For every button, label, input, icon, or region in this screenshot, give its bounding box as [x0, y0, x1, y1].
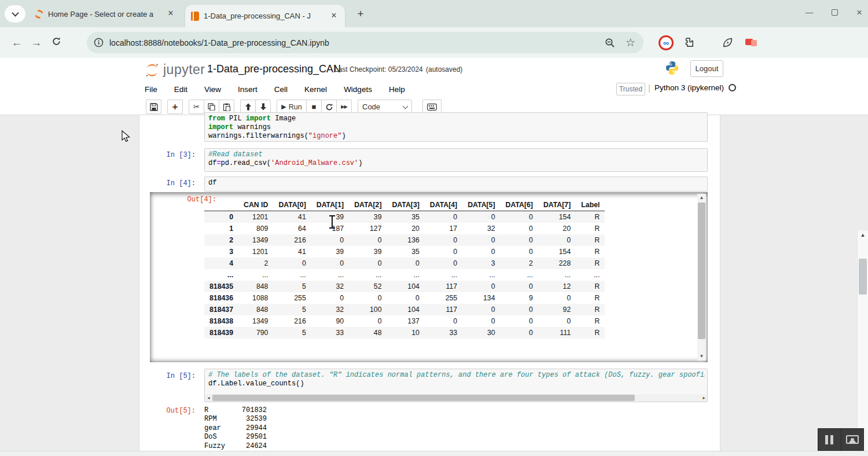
autosave-status: (autosaved) — [426, 65, 462, 73]
run-label: Run — [289, 103, 302, 111]
table-row: ................................. — [204, 269, 605, 281]
screen: Home Page - Select or create a × 1-Data_… — [0, 0, 868, 456]
scroll-left-icon[interactable]: ◂ — [205, 394, 212, 402]
jupyter-logo[interactable]: jupyter — [145, 62, 205, 78]
webcam-toggle-button[interactable] — [841, 429, 864, 450]
pause-recording-button[interactable] — [818, 429, 841, 450]
chevron-down-icon — [12, 9, 19, 17]
scrollbar-thumb[interactable] — [859, 259, 867, 295]
webcam-icon — [846, 435, 859, 444]
last-checkpoint: Last Checkpoint: 05/23/2024 — [334, 65, 423, 73]
insert-cell-button[interactable]: + — [167, 100, 183, 114]
menu-item-file[interactable]: File — [145, 85, 157, 94]
scroll-right-icon[interactable]: ▸ — [700, 394, 708, 402]
performance-button[interactable] — [719, 32, 735, 53]
table-header-row: CAN IDDATA[0]DATA[1]DATA[2]DATA[3]DATA[4… — [204, 199, 605, 211]
page-scrollbar[interactable]: ▲ — [857, 230, 868, 456]
save-button[interactable] — [146, 100, 161, 114]
code-line: # The labels of the dataset. "R" indicat… — [208, 371, 705, 380]
zoom-icon[interactable] — [605, 38, 615, 48]
fast-forward-icon: ▶▶ — [341, 104, 347, 109]
cell-type-value: Code — [362, 102, 380, 111]
minimize-button[interactable]: — — [806, 8, 813, 19]
table-row: 81843813492169001370000R — [204, 315, 605, 327]
browser-tab-home[interactable]: Home Page - Select or create a × — [29, 5, 182, 23]
scroll-up-icon[interactable]: ▲ — [858, 232, 868, 238]
cell-horizontal-scrollbar[interactable]: ◂ ▸ — [205, 394, 708, 402]
notebook-title[interactable]: 1-Data_pre-processing_CAN — [207, 63, 341, 75]
code-editor[interactable]: from PIL import Imageimport warningswarn… — [208, 115, 707, 141]
code-line: import warnings — [208, 123, 707, 132]
text-cursor — [328, 215, 336, 229]
url-text[interactable]: localhost:8888/notebooks/1-Data_pre-proc… — [109, 38, 605, 47]
code-cell-read-dataset[interactable]: #Read datasetdf=pd.read_csv('Android_Mal… — [204, 148, 708, 172]
window-bottom-edge — [0, 451, 868, 456]
input-prompt: In [3]: — [139, 151, 200, 159]
table-row: 8184378485321001041170092R — [204, 304, 605, 315]
reload-icon — [52, 36, 61, 46]
back-button[interactable]: ← — [7, 36, 27, 49]
reload-button[interactable] — [46, 36, 66, 49]
window-close-button[interactable]: × — [856, 7, 862, 19]
code-editor[interactable]: # The labels of the dataset. "R" indicat… — [208, 371, 705, 388]
screen-recorder-overlay — [818, 428, 864, 451]
menu-item-help[interactable]: Help — [389, 85, 405, 94]
output-area-df-table[interactable]: Out[4]: CAN IDDATA[0]DATA[1]DATA[2]DATA[… — [150, 192, 708, 362]
extension-infinity[interactable]: ∞ — [658, 32, 674, 53]
code-line: from PIL import Image — [208, 115, 707, 123]
input-prompt: In [4]: — [139, 179, 200, 187]
trusted-badge[interactable]: Trusted — [616, 83, 645, 95]
close-tab-icon[interactable]: × — [165, 9, 176, 19]
table-row: 818435848532521041170012R — [204, 281, 605, 292]
menu-item-edit[interactable]: Edit — [174, 85, 187, 94]
code-line: #Read dataset — [208, 150, 707, 159]
output-vertical-scrollbar[interactable]: ▲ ▼ — [697, 194, 706, 361]
code-cell-imports[interactable]: from PIL import Imageimport warningswarn… — [204, 112, 708, 142]
logout-button[interactable]: Logout — [690, 60, 723, 77]
table-row: 180964187127201732020R — [204, 223, 605, 234]
menu-item-widgets[interactable]: Widgets — [344, 85, 372, 94]
menu-item-kernel[interactable]: Kernel — [304, 85, 327, 94]
jupyter-header: jupyter 1-Data_pre-processing_CAN Last C… — [0, 58, 868, 115]
stop-icon: ■ — [312, 102, 317, 111]
extension-misc[interactable] — [744, 32, 759, 53]
input-prompt: In [5]: — [139, 372, 200, 380]
close-tab-icon[interactable]: × — [329, 11, 339, 21]
scrollbar-thumb[interactable] — [698, 203, 705, 339]
menu-item-cell[interactable]: Cell — [274, 85, 288, 94]
infinity-icon: ∞ — [659, 35, 674, 50]
tab-search-button[interactable] — [5, 5, 25, 23]
cut-cell-button[interactable]: ✂ — [189, 100, 204, 114]
table-row: 818436108825500025513490R — [204, 292, 605, 304]
address-bar[interactable]: localhost:8888/notebooks/1-Data_pre-proc… — [87, 32, 643, 53]
extensions-button[interactable] — [682, 32, 698, 53]
code-editor[interactable]: #Read datasetdf=pd.read_csv('Android_Mal… — [208, 150, 707, 168]
jupyter-title-row: jupyter 1-Data_pre-processing_CAN Last C… — [0, 58, 868, 81]
table-row: 818439790533481033300111R — [204, 327, 605, 339]
bookmark-star-icon[interactable]: ☆ — [626, 36, 635, 49]
code-cell-value-counts[interactable]: # The labels of the dataset. "R" indicat… — [204, 369, 708, 402]
notebook-area: from PIL import Imageimport warningswarn… — [0, 115, 868, 456]
browser-tab-notebook[interactable]: 1-Data_pre-processing_CAN - J × — [185, 5, 345, 27]
code-cell-df[interactable]: df — [204, 176, 708, 192]
keyboard-icon — [427, 104, 437, 111]
menu-item-insert[interactable]: Insert — [238, 85, 258, 94]
arrow-up-icon — [245, 103, 252, 111]
new-tab-button[interactable]: + — [354, 8, 367, 20]
browser-toolbar: ← → localhost:8888/notebooks/1-Data_pre-… — [0, 27, 868, 58]
arrow-down-icon — [260, 103, 267, 111]
code-line: df — [208, 179, 707, 187]
scroll-down-icon[interactable]: ▼ — [697, 352, 706, 361]
scrollbar-thumb[interactable] — [212, 395, 635, 401]
code-editor[interactable]: df — [208, 179, 707, 187]
kernel-name: Python 3 (ipykernel) — [654, 83, 724, 92]
python-logo-icon — [664, 60, 680, 78]
forward-button[interactable]: → — [27, 36, 46, 49]
maximize-button[interactable] — [832, 9, 838, 16]
loading-spinner-icon — [34, 8, 45, 20]
code-line: df=pd.read_csv('Android_Malware.csv') — [208, 159, 707, 168]
leaf-icon — [722, 36, 734, 49]
site-info-icon[interactable] — [94, 38, 104, 47]
menu-item-view[interactable]: View — [204, 85, 221, 94]
scroll-up-icon[interactable]: ▲ — [697, 194, 706, 202]
